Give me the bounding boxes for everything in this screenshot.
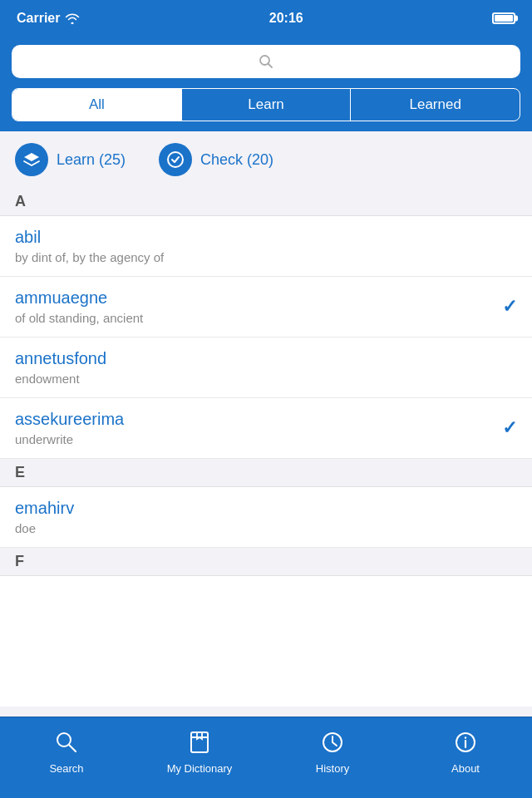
learn-check-row: Learn (25) Check (20)	[0, 131, 532, 188]
word-def: of old standing, ancient	[15, 311, 517, 325]
svg-line-4	[69, 745, 76, 751]
carrier-wifi: Carrier	[17, 11, 80, 26]
word-item-assekureerima[interactable]: assekureerima underwrite ✓	[0, 398, 532, 459]
learn-label: Learn (25)	[57, 151, 126, 169]
wifi-icon	[65, 12, 80, 24]
segment-inner: All Learn Learned	[12, 88, 520, 121]
section-header-a: A	[0, 188, 532, 216]
time-label: 20:16	[269, 11, 303, 26]
word-title: ammuaegne	[15, 288, 517, 308]
history-tab-icon	[318, 727, 347, 757]
book-tab-icon	[185, 727, 214, 757]
learn-icon	[15, 143, 48, 176]
word-title: abil	[15, 228, 517, 247]
word-list: A abil by dint of, by the agency of ammu…	[0, 188, 532, 707]
tab-my-dictionary[interactable]: My Dictionary	[133, 727, 266, 775]
word-item-annetusfond[interactable]: annetusfond endowment	[0, 337, 532, 398]
search-bar[interactable]	[12, 45, 520, 78]
tab-bar: Search My Dictionary History	[0, 717, 532, 798]
segment-control: All Learn Learned	[0, 88, 532, 131]
section-header-f: F	[0, 548, 532, 576]
search-icon	[259, 54, 273, 69]
tab-my-dictionary-label: My Dictionary	[167, 762, 233, 775]
tab-about-label: About	[451, 762, 480, 775]
word-title: annetusfond	[15, 349, 517, 368]
info-tab-icon	[451, 727, 480, 757]
check-item[interactable]: Check (20)	[159, 143, 273, 176]
section-header-e: E	[0, 459, 532, 487]
word-def: by dint of, by the agency of	[15, 250, 517, 264]
search-tab-icon	[52, 727, 81, 757]
tab-about[interactable]: About	[399, 727, 532, 775]
word-item-abil[interactable]: abil by dint of, by the agency of	[0, 216, 532, 277]
carrier-label: Carrier	[17, 11, 60, 26]
battery-icon	[492, 12, 515, 24]
word-def: doe	[15, 521, 517, 535]
tab-learn[interactable]: Learn	[182, 89, 352, 121]
tab-history-label: History	[316, 762, 349, 775]
svg-point-10	[465, 736, 466, 738]
status-bar: Carrier 20:16	[0, 0, 532, 37]
word-def: underwrite	[15, 432, 517, 446]
word-title: emahirv	[15, 499, 517, 518]
check-icon	[159, 143, 192, 176]
check-label: Check (20)	[200, 151, 273, 169]
learn-item[interactable]: Learn (25)	[15, 143, 126, 176]
checked-mark: ✓	[502, 296, 517, 318]
svg-point-2	[168, 152, 183, 167]
word-item-emahirv[interactable]: emahirv doe	[0, 487, 532, 548]
word-def: endowment	[15, 372, 517, 386]
tab-learned[interactable]: Learned	[351, 89, 520, 121]
tab-all[interactable]: All	[12, 89, 182, 121]
checked-mark: ✓	[502, 417, 517, 439]
word-item-ammuaegne[interactable]: ammuaegne of old standing, ancient ✓	[0, 277, 532, 337]
search-bar-container	[0, 37, 532, 88]
tab-search-label: Search	[49, 762, 83, 775]
word-title: assekureerima	[15, 410, 517, 429]
svg-line-1	[268, 64, 273, 68]
tab-search[interactable]: Search	[0, 727, 133, 775]
svg-rect-5	[191, 732, 208, 752]
tab-history[interactable]: History	[266, 727, 399, 775]
